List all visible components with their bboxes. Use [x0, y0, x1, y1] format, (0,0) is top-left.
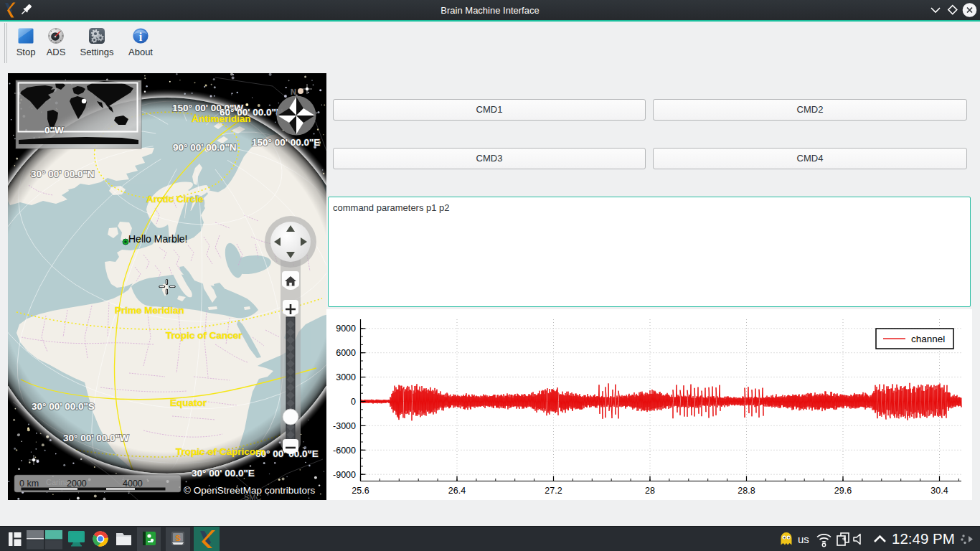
svg-text:27.2: 27.2 — [545, 486, 562, 496]
svg-text:28.8: 28.8 — [738, 486, 755, 496]
svg-text:25.6: 25.6 — [352, 486, 369, 496]
svg-text:26.4: 26.4 — [448, 486, 466, 496]
svg-text:channel: channel — [911, 334, 945, 344]
svg-text:12:49 PM: 12:49 PM — [892, 530, 955, 547]
svg-text:6000: 6000 — [336, 348, 356, 358]
svg-text:© OpenStreetMap contributors: © OpenStreetMap contributors — [184, 485, 316, 496]
svg-text:0: 0 — [351, 397, 356, 407]
svg-text:29.6: 29.6 — [834, 486, 852, 496]
svg-text:us: us — [798, 533, 809, 545]
svg-text:S: S — [175, 534, 180, 542]
svg-text:90° 00' 00.0"N: 90° 00' 00.0"N — [173, 142, 237, 153]
svg-text:Antimeridian: Antimeridian — [192, 113, 251, 124]
svg-text:Tropic of Capricorn: Tropic of Capricorn — [176, 446, 265, 457]
svg-text:2000: 2000 — [67, 479, 87, 489]
svg-text:3000: 3000 — [336, 372, 356, 382]
svg-text:30° 00' 00.0"S: 30° 00' 00.0"S — [32, 401, 95, 412]
svg-text:30° 00' 00.0"N: 30° 00' 00.0"N — [31, 169, 95, 179]
svg-text:30° 00' 00.0"W: 30° 00' 00.0"W — [63, 433, 129, 443]
svg-text:Equator: Equator — [170, 397, 207, 408]
svg-text:Arctic Circle: Arctic Circle — [146, 194, 204, 204]
svg-text:0 km: 0 km — [19, 479, 39, 489]
svg-text:150° 00' 00.0"E: 150° 00' 00.0"E — [252, 137, 320, 148]
svg-text:9000: 9000 — [336, 324, 356, 334]
svg-text:i: i — [139, 31, 143, 43]
svg-text:30° 00' 00.0"E: 30° 00' 00.0"E — [192, 468, 255, 479]
svg-text:N: N — [291, 88, 296, 96]
svg-text:28: 28 — [645, 486, 655, 496]
svg-text:Hello Marble!: Hello Marble! — [128, 233, 187, 245]
svg-text:0"W: 0"W — [44, 125, 64, 136]
svg-text:-6000: -6000 — [333, 446, 356, 456]
svg-text:-9000: -9000 — [333, 470, 356, 480]
svg-text:Prime Meridian: Prime Meridian — [115, 305, 184, 316]
svg-text:Tropic of Cancer: Tropic of Cancer — [166, 330, 242, 341]
svg-text:4000: 4000 — [123, 479, 143, 489]
svg-text:30.4: 30.4 — [930, 486, 948, 496]
svg-text:-3000: -3000 — [333, 421, 356, 431]
